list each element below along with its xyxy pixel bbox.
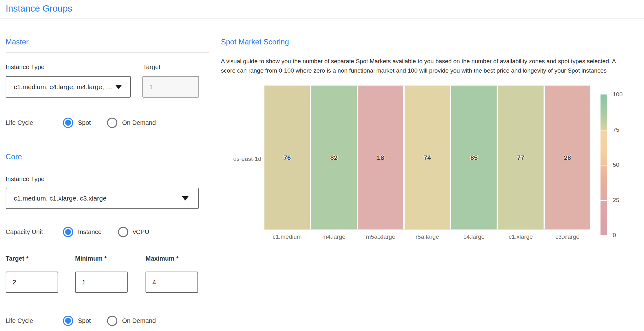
- core-capacity-unit-row: Capacity Unit Instance vCPU: [6, 227, 149, 237]
- heatmap-cell-c1.xlarge[interactable]: 77: [498, 86, 543, 229]
- core-instance-type-label: Instance Type: [6, 176, 44, 183]
- master-instance-type-select[interactable]: c1.medium, c4.large, m4.large, …: [6, 76, 131, 98]
- x-axis-label: c3.xlarge: [545, 233, 590, 240]
- core-minimum-label: Minimum *: [75, 255, 107, 262]
- chevron-down-icon: [182, 196, 189, 201]
- core-life-cycle-row: Life Cycle Spot On Demand: [6, 315, 156, 326]
- core-life-cycle-option-spot[interactable]: Spot: [78, 317, 91, 324]
- core-maximum-label: Maximum *: [146, 255, 179, 262]
- core-section-heading: Core: [6, 152, 22, 161]
- core-life-cycle-radio-on-demand[interactable]: [107, 316, 117, 326]
- core-capacity-unit-radio-instance[interactable]: [63, 227, 73, 237]
- x-axis-label: m5a.xlarge: [358, 233, 403, 240]
- heatmap-cell-value: 82: [330, 154, 337, 161]
- core-divider: [6, 168, 209, 168]
- master-life-cycle-radio-on-demand[interactable]: [107, 118, 117, 128]
- instance-groups-page: Instance Groups Master Instance Type c1.…: [0, 0, 644, 331]
- colorbar-divider: [601, 130, 607, 130]
- x-axis-label: c1.medium: [264, 233, 310, 240]
- core-target-input[interactable]: [6, 272, 58, 293]
- heatmap-cell-value: 74: [424, 154, 431, 161]
- core-capacity-unit-label: Capacity Unit: [6, 228, 63, 236]
- core-life-cycle-label: Life Cycle: [6, 317, 63, 324]
- master-life-cycle-label: Life Cycle: [6, 119, 63, 126]
- colorbar-divider: [601, 165, 607, 166]
- heatmap-cell-m4.large[interactable]: 82: [311, 86, 356, 229]
- master-life-cycle-option-spot[interactable]: Spot: [78, 119, 91, 126]
- x-axis-label: c4.large: [451, 233, 497, 240]
- heatmap-cell-value: 77: [517, 154, 524, 161]
- master-target-input[interactable]: [142, 76, 199, 98]
- colorbar-tick-label: 25: [613, 197, 619, 204]
- core-life-cycle-option-on-demand[interactable]: On Demand: [122, 317, 156, 324]
- colorbar-ticks: 1007550250: [613, 94, 635, 235]
- chart-description-line-2: score can range from 0-100 where zero is…: [221, 66, 616, 75]
- colorbar: [601, 94, 607, 235]
- heatmap-x-axis: c1.mediumm4.largem5a.xlarger5a.largec4.l…: [264, 233, 590, 240]
- heatmap-cell-value: 28: [564, 154, 571, 161]
- heatmap-cell-r5a.large[interactable]: 74: [405, 86, 450, 229]
- core-instance-type-select[interactable]: c1.medium, c1.xlarge, c3.xlarge: [6, 188, 199, 209]
- colorbar-tick-label: 100: [613, 91, 623, 98]
- master-life-cycle-option-on-demand[interactable]: On Demand: [122, 119, 156, 126]
- title-divider: [0, 18, 644, 19]
- colorbar-divider: [601, 200, 607, 201]
- colorbar-tick-label: 0: [613, 232, 616, 239]
- core-maximum-input[interactable]: [146, 272, 198, 293]
- colorbar-tick-label: 75: [613, 126, 619, 133]
- heatmap-cell-c4.large[interactable]: 85: [451, 86, 497, 229]
- heatmap: 76821874857728: [264, 85, 590, 230]
- heatmap-row-label: us-east-1d: [220, 155, 261, 162]
- heatmap-cell-value: 76: [284, 154, 291, 161]
- master-instance-type-label: Instance Type: [6, 64, 44, 71]
- master-life-cycle-radio-spot[interactable]: [63, 118, 73, 128]
- x-axis-label: c1.xlarge: [498, 233, 543, 240]
- page-title: Instance Groups: [6, 3, 72, 14]
- core-minimum-input[interactable]: [75, 272, 128, 293]
- core-instance-type-value: c1.medium, c1.xlarge, c3.xlarge: [6, 195, 106, 202]
- core-capacity-unit-option-instance[interactable]: Instance: [78, 228, 102, 236]
- chart-description: A visual guide to show you the number of…: [221, 57, 616, 75]
- master-target-label: Target: [143, 64, 161, 71]
- core-capacity-unit-radio-vcpu[interactable]: [118, 227, 128, 237]
- chevron-down-icon: [115, 85, 122, 89]
- master-divider: [6, 52, 209, 53]
- x-axis-label: r5a.large: [405, 233, 450, 240]
- core-capacity-unit-option-vcpu[interactable]: vCPU: [133, 228, 149, 236]
- master-life-cycle-row: Life Cycle Spot On Demand: [6, 117, 156, 128]
- x-axis-label: m4.large: [311, 233, 356, 240]
- chart-description-line-1: A visual guide to show you the number of…: [221, 57, 616, 66]
- master-instance-type-value: c1.medium, c4.large, m4.large, …: [6, 83, 112, 91]
- heatmap-cell-value: 18: [377, 154, 384, 161]
- heatmap-cell-m5a.xlarge[interactable]: 18: [358, 86, 403, 229]
- colorbar-tick-label: 50: [613, 161, 619, 168]
- core-target-label: Target *: [6, 255, 28, 262]
- heatmap-cell-c1.medium[interactable]: 76: [264, 86, 310, 229]
- heatmap-cell-c3.xlarge[interactable]: 28: [545, 86, 590, 229]
- core-life-cycle-radio-spot[interactable]: [63, 316, 73, 326]
- master-section-heading: Master: [6, 38, 28, 46]
- heatmap-cell-value: 85: [470, 154, 478, 161]
- chart-heading: Spot Market Scoring: [221, 38, 289, 46]
